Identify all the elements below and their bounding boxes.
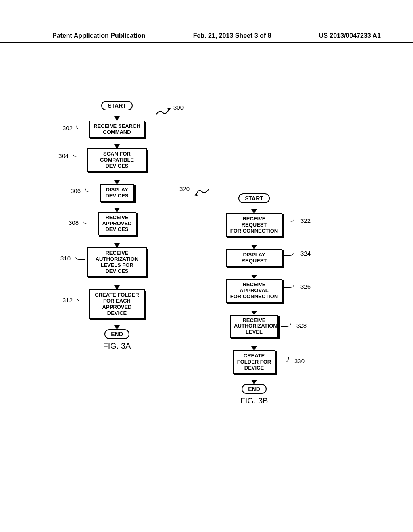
step-326: RECEIVE APPROVALFOR CONNECTION [226,279,282,303]
leader-line [75,255,85,260]
ref-308: 308 [69,219,79,226]
header-center: Feb. 21, 2013 Sheet 3 of 8 [193,32,271,39]
squiggle-icon [155,107,171,119]
ref-328: 328 [296,322,307,329]
ref-320: 320 [179,185,190,192]
step-308: RECEIVEAPPROVEDDEVICES [98,212,136,236]
page-header: Patent Application Publication Feb. 21, … [0,32,413,43]
ref-322: 322 [300,217,311,224]
arrow-icon [117,319,118,329]
arrow-icon [117,235,118,247]
flowchart-b: 320 START RECEIVE REQUESTFOR CONNECTION … [218,193,290,405]
arrow-icon [254,237,255,249]
ref-304: 304 [58,152,69,159]
ref-326: 326 [300,283,311,290]
arrow-icon [117,172,118,184]
step-322: RECEIVE REQUESTFOR CONNECTION [226,213,282,237]
end-terminator-a: END [104,329,129,339]
leader-line [83,219,93,224]
arrow-icon [254,203,255,213]
arrow-icon [254,267,255,279]
arrow-icon [117,202,118,212]
start-terminator-a: START [101,101,133,110]
arrow-icon [117,277,118,289]
ref-324: 324 [300,250,311,257]
step-310: RECEIVEAUTHORIZATIONLEVELS FOR DEVICES [87,247,147,277]
ref-310: 310 [60,255,71,262]
squiggle-icon [194,187,210,200]
arrow-icon [254,338,255,350]
ref-300: 300 [173,104,184,111]
leader-line [73,152,83,157]
ref-302: 302 [63,125,73,131]
fig-3b-caption: FIG. 3B [218,396,290,405]
step-306: DISPLAYDEVICES [100,184,134,202]
fig-3a-caption: FIG. 3A [81,341,153,351]
leader-line [85,187,95,192]
leader-line [284,251,294,256]
leader-line [76,125,86,129]
leader-line [77,297,87,301]
ref-306: 306 [71,187,81,194]
step-328: RECEIVEAUTHORIZATIONLEVEL [230,315,278,339]
step-312: CREATE FOLDERFOR EACHAPPROVED DEVICE [89,289,145,319]
leader-line [284,283,294,288]
header-left: Patent Application Publication [52,32,146,39]
ref-312: 312 [63,297,73,303]
step-302: RECEIVE SEARCHCOMMAND [89,121,145,138]
leader-line [281,322,291,327]
ref-330: 330 [294,357,305,364]
arrow-icon [117,110,118,121]
step-330: CREATEFOLDER FORDEVICE [233,350,275,374]
step-324: DISPLAY REQUEST [226,249,282,267]
step-304: SCAN FORCOMPATIBLE DEVICES [87,148,147,172]
arrow-icon [117,138,118,148]
leader-line [279,357,289,362]
start-terminator-b: START [238,193,270,203]
end-terminator-b: END [242,384,267,394]
leader-line [284,217,294,222]
arrow-icon [254,374,255,384]
flowchart-a: 300 START 302 RECEIVE SEARCHCOMMAND 304 … [81,101,153,351]
arrow-icon [254,303,255,315]
header-right: US 2013/0047233 A1 [319,32,381,39]
